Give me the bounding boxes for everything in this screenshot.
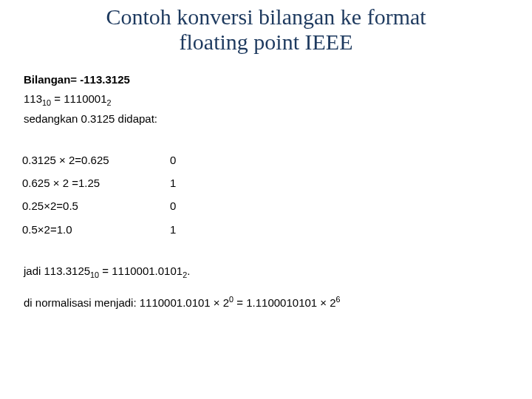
step-row: 0.25×2=0.5 0 [22,194,200,217]
title-line-2: floating point IEEE [180,30,353,54]
jadi-mid: = 1110001.0101 [99,265,183,277]
step-row: 0.5×2=1.0 1 [22,218,200,241]
step-bit: 1 [170,218,200,241]
spacer [22,129,510,149]
int-eq: = [51,92,64,105]
step-bit: 0 [170,149,200,171]
step-bit: 0 [170,194,200,217]
step-calc: 0.625 × 2 =1.25 [22,171,170,194]
step-bit: 1 [170,171,200,194]
spacer [22,282,510,292]
slide-content: Bilangan= -113.3125 11310 = 11100012 sed… [0,71,532,311]
spacer [22,241,510,260]
step-calc: 0.3125 × 2=0.625 [22,149,170,171]
fraction-steps-table: 0.3125 × 2=0.625 0 0.625 × 2 =1.25 1 0.2… [22,149,200,241]
jadi-line: jadi 113.312510 = 1110001.01012. [22,262,510,279]
norm-mid: = 1.1100010101 × 2 [233,296,335,309]
int-dec-sub: 10 [42,98,51,107]
bilangan-line: Bilangan= -113.3125 [22,71,510,88]
step-calc: 0.5×2=1.0 [22,218,170,241]
int-bin: 1110001 [64,92,106,105]
normalize-line: di normalisasi menjadi: 1110001.0101 × 2… [22,294,510,311]
title-line-1: Contoh konversi bilangan ke format [106,4,426,29]
slide-title: Contoh konversi bilangan ke format float… [0,4,532,69]
jadi-sub1: 10 [90,270,99,279]
int-bin-sub: 2 [107,98,112,107]
norm-exp2: 6 [336,295,341,304]
sedangkan-line: sedangkan 0.3125 didapat: [22,110,510,127]
int-dec: 113 [24,92,42,105]
slide: Contoh konversi bilangan ke format float… [0,0,532,399]
jadi-prefix: jadi 113.3125 [24,265,90,277]
norm-prefix: di normalisasi menjadi: 1110001.0101 × 2 [24,296,229,309]
int-conversion-line: 11310 = 11100012 [22,90,510,107]
step-row: 0.625 × 2 =1.25 1 [22,171,200,194]
step-calc: 0.25×2=0.5 [22,194,170,217]
step-row: 0.3125 × 2=0.625 0 [22,149,200,171]
jadi-suffix: . [187,265,190,277]
